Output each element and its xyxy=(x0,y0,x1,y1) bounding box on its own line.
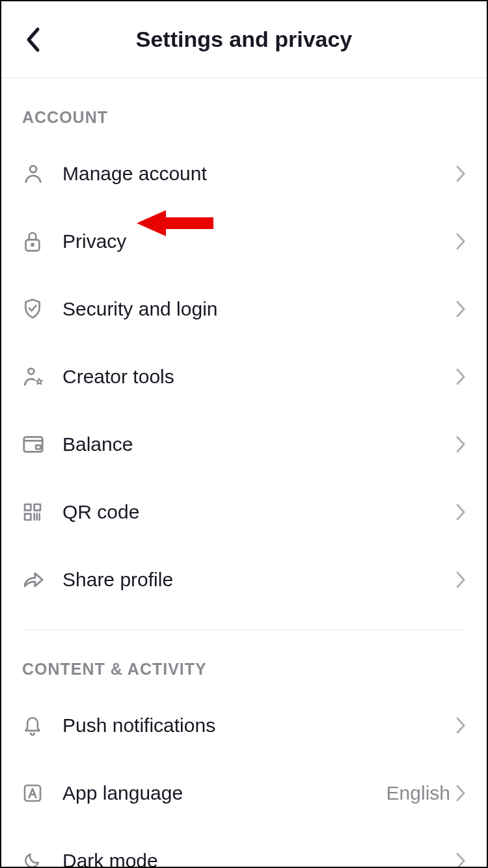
chevron-right-icon xyxy=(455,435,466,454)
row-manage-account[interactable]: Manage account xyxy=(1,140,487,208)
chevron-right-icon xyxy=(455,368,466,386)
section-header-account: Account xyxy=(1,78,487,140)
wallet-icon xyxy=(22,435,62,454)
row-security[interactable]: Security and login xyxy=(1,275,487,343)
svg-point-3 xyxy=(28,368,34,374)
row-qr-code[interactable]: QR code xyxy=(1,478,487,546)
language-icon xyxy=(22,783,62,804)
chevron-right-icon xyxy=(455,165,466,183)
label-push-notifications: Push notifications xyxy=(62,714,455,737)
label-balance: Balance xyxy=(62,433,455,455)
row-privacy[interactable]: Privacy xyxy=(1,208,487,275)
svg-rect-11 xyxy=(25,785,40,801)
row-share-profile[interactable]: Share profile xyxy=(1,546,487,614)
svg-rect-6 xyxy=(34,504,40,510)
chevron-right-icon xyxy=(455,784,466,802)
row-creator-tools[interactable]: Creator tools xyxy=(1,343,487,411)
header: Settings and privacy xyxy=(1,1,487,78)
label-creator-tools: Creator tools xyxy=(62,366,455,388)
chevron-right-icon xyxy=(455,300,466,318)
label-share-profile: Share profile xyxy=(62,569,455,591)
share-icon xyxy=(22,570,62,590)
label-app-language: App language xyxy=(62,782,386,804)
person-icon xyxy=(22,163,62,185)
label-dark-mode: Dark mode xyxy=(62,850,455,868)
section-header-content-activity: Content & Activity xyxy=(1,630,487,692)
qr-icon xyxy=(22,502,62,522)
svg-point-2 xyxy=(31,244,33,246)
row-dark-mode[interactable]: Dark mode xyxy=(1,827,487,868)
lock-icon xyxy=(22,230,62,252)
row-balance[interactable]: Balance xyxy=(1,411,487,478)
label-privacy: Privacy xyxy=(62,230,455,252)
svg-rect-5 xyxy=(25,504,31,510)
chevron-right-icon xyxy=(455,852,466,868)
chevron-right-icon xyxy=(455,571,466,589)
person-star-icon xyxy=(22,366,62,388)
back-button[interactable] xyxy=(17,24,48,55)
chevron-left-icon xyxy=(25,27,40,53)
label-qr-code: QR code xyxy=(62,501,455,523)
page-title: Settings and privacy xyxy=(136,27,353,52)
chevron-right-icon xyxy=(455,503,466,521)
bell-icon xyxy=(22,714,62,737)
row-app-language[interactable]: App language English xyxy=(1,759,487,827)
chevron-right-icon xyxy=(455,232,466,251)
shield-icon xyxy=(22,297,62,321)
chevron-right-icon xyxy=(455,716,466,735)
row-push-notifications[interactable]: Push notifications xyxy=(1,692,487,759)
value-app-language: English xyxy=(386,782,450,804)
label-security: Security and login xyxy=(62,298,455,320)
svg-point-0 xyxy=(30,166,36,172)
label-manage-account: Manage account xyxy=(62,163,455,185)
moon-icon xyxy=(22,851,62,868)
svg-rect-7 xyxy=(25,514,31,520)
